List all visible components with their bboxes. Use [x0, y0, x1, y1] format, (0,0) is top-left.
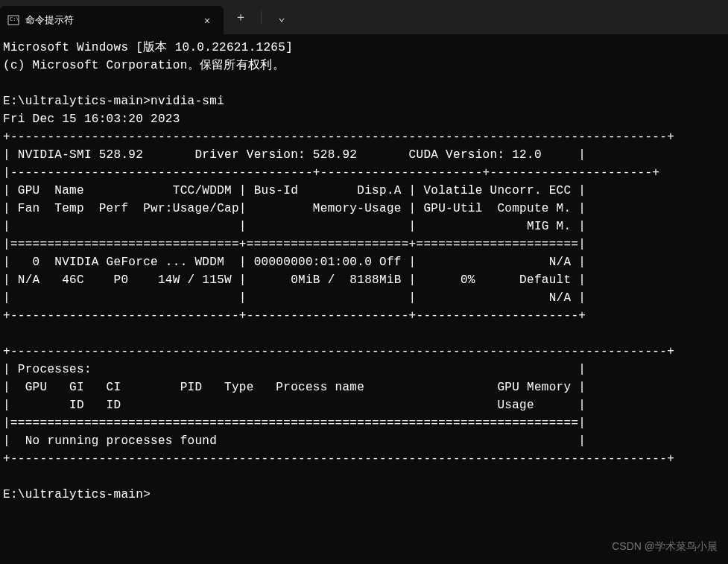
titlebar: C:\ 命令提示符 ✕ ＋ ⌄: [0, 0, 728, 34]
smi-processes: | GPU GI CI PID Type Process name GPU Me…: [3, 381, 586, 394]
smi-border: |===============================+=======…: [3, 238, 586, 251]
smi-gpu-row: | 0 NVIDIA GeForce ... WDDM | 00000000:0…: [3, 256, 586, 269]
prompt-line: E:\ultralytics-main>nvidia-smi: [3, 95, 224, 108]
smi-processes: | Processes: |: [3, 363, 586, 376]
terminal-output[interactable]: Microsoft Windows [版本 10.0.22621.1265] (…: [0, 34, 728, 508]
smi-border: +---------------------------------------…: [3, 130, 674, 144]
smi-gpu-row: | | | N/A |: [3, 291, 586, 305]
smi-header: | | | MIG M. |: [3, 220, 586, 233]
smi-gpu-row: | N/A 46C P0 14W / 115W | 0MiB / 8188MiB…: [3, 273, 586, 287]
smi-border: +-------------------------------+-------…: [3, 309, 586, 323]
smi-processes: | No running processes found |: [3, 434, 586, 448]
new-tab-button[interactable]: ＋: [224, 0, 258, 34]
smi-border: +---------------------------------------…: [3, 452, 674, 466]
terminal-icon: C:\: [7, 14, 19, 26]
output-line: Microsoft Windows [版本 10.0.22621.1265]: [3, 41, 293, 54]
watermark: CSDN @学术菜鸟小晨: [612, 540, 718, 554]
smi-version: | NVIDIA-SMI 528.92 Driver Version: 528.…: [3, 148, 586, 162]
smi-border: |=======================================…: [3, 416, 586, 430]
smi-header: | GPU Name TCC/WDDM | Bus-Id Disp.A | Vo…: [3, 184, 586, 197]
smi-processes: | ID ID Usage |: [3, 399, 586, 412]
titlebar-actions: ＋ ⌄: [224, 0, 299, 34]
prompt-current: E:\ultralytics-main>: [3, 488, 151, 501]
tab-dropdown-button[interactable]: ⌄: [265, 0, 299, 34]
smi-border: +---------------------------------------…: [3, 345, 674, 358]
svg-text:C:\: C:\: [10, 16, 19, 22]
divider: [261, 10, 262, 25]
output-line: Fri Dec 15 16:03:20 2023: [3, 113, 180, 126]
output-line: (c) Microsoft Corporation。保留所有权利。: [3, 59, 285, 72]
tab-active[interactable]: C:\ 命令提示符 ✕: [0, 6, 224, 34]
smi-border: |---------------------------------------…: [3, 166, 659, 180]
close-tab-button[interactable]: ✕: [198, 11, 216, 29]
tab-title: 命令提示符: [25, 13, 192, 27]
smi-header: | Fan Temp Perf Pwr:Usage/Cap| Memory-Us…: [3, 202, 586, 215]
